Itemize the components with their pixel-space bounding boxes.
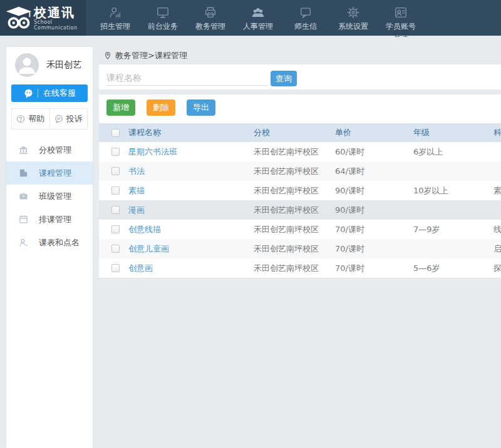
user-profile[interactable]: 禾田创艺 <box>6 47 93 81</box>
nav-item-label: 前台业务 <box>139 21 187 31</box>
divider <box>38 89 38 98</box>
help-complaint-row: 帮助 投诉 <box>11 108 88 130</box>
subject-cell: 启 <box>493 243 501 255</box>
table-header: 课程名称 分校 单价 年级 科 <box>99 123 501 142</box>
course-name-link[interactable]: 创意画 <box>128 263 153 273</box>
table-row[interactable]: 星期六书法班禾田创艺南坪校区60/课时6岁以上 <box>99 142 501 161</box>
grade-cell: 6岁以上 <box>413 146 493 158</box>
user-name: 禾田创艺 <box>46 59 81 71</box>
avatar <box>15 53 39 77</box>
branch-cell: 禾田创艺南坪校区 <box>254 263 335 274</box>
sidebar: 禾田创艺 在线客服 帮助 投诉 分校管理课程管理班级管理排课管理课表和点名 <box>6 47 93 448</box>
sidebar-menu: 分校管理课程管理班级管理排课管理课表和点名 <box>6 138 93 254</box>
sidebar-item-course[interactable]: 课程管理 <box>6 161 93 185</box>
grade-cell: 10岁以上 <box>413 185 493 196</box>
toolbar: 新增 删除 导出 <box>99 94 501 123</box>
nav-item-front-desk[interactable]: 前台业务 <box>139 0 187 36</box>
question-circle-icon <box>16 115 28 123</box>
grade-cell: 7—9岁 <box>413 224 493 235</box>
table-row[interactable]: 素描禾田创艺南坪校区90/课时10岁以上素 <box>99 181 501 200</box>
nav-item-hr[interactable]: 人事管理 <box>234 0 282 36</box>
bank-icon <box>18 145 29 155</box>
app-title: 校通讯 <box>34 5 75 20</box>
column-header: 科 <box>493 127 501 138</box>
price-cell: 90/课时 <box>335 205 413 216</box>
row-checkbox[interactable] <box>111 225 120 233</box>
topbar: 校通讯 School Communication 招生管理前台业务教务管理人事管… <box>0 0 501 36</box>
row-checkbox[interactable] <box>111 167 120 175</box>
nav-item-label: 教务管理 <box>187 21 234 31</box>
row-checkbox[interactable] <box>111 245 120 253</box>
table-row[interactable]: 创意画禾田创艺南坪校区70/课时5—6岁探 <box>99 258 501 278</box>
chat-icon <box>282 6 329 21</box>
nav-item-settings[interactable]: 系统设置 <box>329 0 377 36</box>
sidebar-item-label: 分校管理 <box>39 145 71 156</box>
sidebar-item-rollcall[interactable]: 课表和点名 <box>6 231 93 254</box>
breadcrumb: 教务管理>课程管理 <box>99 47 501 64</box>
nav-item-label-overflow: 管理 <box>377 29 425 39</box>
sidebar-item-class[interactable]: 班级管理 <box>6 185 93 208</box>
course-name-search-input[interactable] <box>106 69 268 86</box>
search-button[interactable]: 查询 <box>271 71 297 86</box>
delete-button[interactable]: 删除 <box>147 99 175 116</box>
price-cell: 64/课时 <box>335 166 413 177</box>
app-logo[interactable]: 校通讯 School Communication <box>0 0 86 36</box>
table-row[interactable]: 书法禾田创艺南坪校区64/课时 <box>99 161 501 181</box>
table-row[interactable]: 漫画禾田创艺南坪校区90/课时 <box>99 200 501 220</box>
price-cell: 90/课时 <box>335 185 413 196</box>
branch-cell: 禾田创艺南坪校区 <box>254 166 335 177</box>
row-checkbox[interactable] <box>111 186 120 195</box>
monitor-icon <box>139 6 187 21</box>
course-name-link[interactable]: 创意线描 <box>128 225 161 234</box>
rollcall-icon <box>18 237 29 248</box>
row-checkbox[interactable] <box>111 264 120 272</box>
row-checkbox[interactable] <box>111 148 120 156</box>
gear-icon <box>329 6 377 21</box>
online-service-label: 在线客服 <box>43 88 76 99</box>
column-header: 年级 <box>413 127 493 138</box>
case-icon <box>18 191 29 201</box>
table-row[interactable]: 创意儿童画禾田创艺南坪校区70/课时启 <box>99 239 501 258</box>
content-panel: 新增 删除 导出 课程名称 分校 单价 年级 科 星期六书法班禾田创艺南坪校区6… <box>99 94 501 278</box>
nav-item-academic[interactable]: 教务管理 <box>187 0 234 36</box>
nav-item-teacher-message[interactable]: 师生信 <box>282 0 329 36</box>
course-name-link[interactable]: 创意儿童画 <box>128 244 169 253</box>
help-button[interactable]: 帮助 <box>12 109 50 129</box>
sidebar-item-label: 课程管理 <box>39 168 71 179</box>
app-subtitle: School Communication <box>34 19 86 31</box>
breadcrumb-text: 教务管理>课程管理 <box>115 50 187 61</box>
price-cell: 70/课时 <box>335 263 413 274</box>
nav-item-label: 招生管理 <box>91 21 139 31</box>
sidebar-item-branch-school[interactable]: 分校管理 <box>6 138 93 161</box>
table-row[interactable]: 创意线描禾田创艺南坪校区70/课时7—9岁线 <box>99 220 501 239</box>
row-checkbox[interactable] <box>111 206 120 214</box>
sidebar-item-label: 班级管理 <box>39 191 71 202</box>
course-name-link[interactable]: 书法 <box>128 166 145 176</box>
branch-cell: 禾田创艺南坪校区 <box>254 224 335 235</box>
grade-cell: 5—6岁 <box>413 263 493 274</box>
course-table-body: 星期六书法班禾田创艺南坪校区60/课时6岁以上书法禾田创艺南坪校区64/课时素描… <box>99 142 501 278</box>
course-name-link[interactable]: 素描 <box>128 186 145 195</box>
wechat-icon <box>23 88 34 99</box>
select-all-checkbox[interactable] <box>111 129 120 137</box>
topbar-nav: 招生管理前台业务教务管理人事管理师生信系统设置学员账号管理 <box>91 0 425 36</box>
nav-item-label: 人事管理 <box>234 21 282 31</box>
export-button[interactable]: 导出 <box>187 99 215 116</box>
calendar-icon <box>18 214 29 225</box>
nav-item-student-account[interactable]: 学员账号管理 <box>377 0 425 36</box>
branch-cell: 禾田创艺南坪校区 <box>254 243 335 255</box>
complaint-button[interactable]: 投诉 <box>50 109 88 129</box>
nav-item-admissions[interactable]: 招生管理 <box>91 0 139 36</box>
search-panel: 查询 <box>99 64 501 89</box>
nav-item-label: 师生信 <box>282 21 329 31</box>
online-service-button[interactable]: 在线客服 <box>11 84 88 102</box>
nav-item-label: 系统设置 <box>329 21 377 31</box>
sidebar-item-schedule[interactable]: 排课管理 <box>6 208 93 231</box>
price-cell: 60/课时 <box>335 146 413 158</box>
column-header: 单价 <box>335 127 413 138</box>
add-button[interactable]: 新增 <box>106 99 135 116</box>
course-name-link[interactable]: 漫画 <box>128 205 145 215</box>
comment-icon <box>54 115 66 123</box>
book-icon <box>18 168 29 178</box>
course-name-link[interactable]: 星期六书法班 <box>128 147 177 156</box>
